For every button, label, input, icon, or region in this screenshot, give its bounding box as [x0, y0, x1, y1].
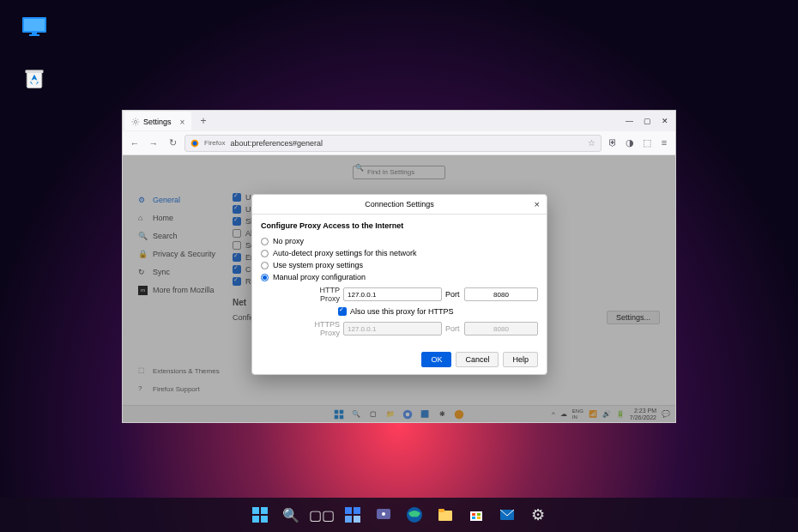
radio-system-proxy[interactable]: Use system proxy settings	[261, 259, 538, 271]
svg-rect-23	[354, 516, 360, 523]
svg-rect-3	[32, 33, 37, 34]
radio-label: No proxy	[273, 237, 304, 245]
back-button[interactable]: ←	[128, 136, 142, 150]
firefox-icon	[190, 139, 199, 148]
tab-settings[interactable]: Settings ×	[124, 112, 191, 130]
gear-icon	[131, 118, 140, 126]
radio-icon	[261, 250, 269, 257]
https-port-label: Port	[445, 324, 461, 333]
host-taskbar: 🔍 ▢▢ ⚙	[0, 498, 798, 532]
recycle-bin-icon	[21, 67, 48, 91]
svg-rect-1	[24, 19, 45, 31]
svg-rect-21	[354, 507, 360, 514]
radio-icon	[261, 274, 269, 281]
monitor-icon	[21, 15, 48, 39]
desktop-icon-recycle-bin[interactable]	[17, 67, 51, 94]
svg-rect-16	[252, 507, 259, 514]
radio-manual-proxy[interactable]: Manual proxy configuration	[261, 271, 538, 283]
svg-rect-22	[345, 516, 352, 523]
url-text: about:preferences#general	[230, 139, 323, 148]
svg-rect-2	[29, 34, 39, 36]
widgets-button[interactable]	[342, 504, 364, 526]
https-proxy-label: HTTPS Proxy	[299, 320, 340, 337]
tab-title: Settings	[143, 118, 172, 126]
dialog-close-button[interactable]: ×	[535, 199, 540, 209]
http-port-label: Port	[445, 290, 461, 299]
svg-rect-18	[252, 516, 259, 523]
window-close-button[interactable]: ✕	[662, 117, 668, 125]
radio-no-proxy[interactable]: No proxy	[261, 235, 538, 247]
radio-label: Use system proxy settings	[273, 261, 363, 269]
http-proxy-input[interactable]	[343, 287, 442, 301]
https-proxy-row: HTTPS Proxy Port	[299, 320, 538, 337]
search-button[interactable]: 🔍	[280, 504, 302, 526]
dialog-title: Connection Settings	[365, 200, 434, 209]
svg-rect-28	[438, 509, 444, 512]
window-minimize-button[interactable]: —	[626, 117, 633, 125]
svg-rect-30	[472, 513, 475, 516]
reload-button[interactable]: ↻	[166, 136, 179, 150]
svg-rect-33	[477, 517, 481, 519]
chat-button[interactable]	[372, 504, 395, 526]
toolbar: ← → ↻ Firefox about:preferences#general …	[123, 131, 675, 155]
dialog-heading: Configure Proxy Access to the Internet	[261, 221, 538, 230]
svg-point-25	[382, 512, 385, 516]
new-tab-button[interactable]: +	[195, 115, 211, 127]
window-maximize-button[interactable]: ▢	[644, 117, 651, 125]
taskview-button[interactable]: ▢▢	[311, 504, 333, 526]
http-port-input[interactable]	[464, 287, 538, 301]
svg-rect-4	[27, 71, 42, 88]
desktop-icon-this-pc[interactable]	[17, 15, 51, 43]
forward-button[interactable]: →	[147, 136, 160, 150]
radio-auto-detect[interactable]: Auto-detect proxy settings for this netw…	[261, 247, 538, 259]
svg-rect-20	[345, 507, 352, 514]
https-proxy-input	[343, 322, 442, 336]
help-button[interactable]: Help	[503, 352, 538, 367]
menu-icon[interactable]: ≡	[658, 137, 670, 149]
bookmark-star-icon[interactable]: ☆	[588, 138, 595, 148]
connection-settings-dialog: Connection Settings × Configure Proxy Ac…	[251, 194, 547, 375]
checkbox-icon	[338, 307, 347, 316]
svg-point-6	[134, 120, 136, 123]
svg-rect-31	[477, 513, 481, 516]
https-port-input	[464, 322, 538, 336]
url-bar[interactable]: Firefox about:preferences#general ☆	[184, 135, 602, 152]
settings-button[interactable]: ⚙	[527, 504, 549, 526]
svg-rect-19	[261, 516, 268, 523]
settings-body: ⚙General ⌂Home 🔍Search 🔒Privacy & Securi…	[123, 155, 675, 422]
svg-rect-17	[261, 507, 268, 514]
also-https-row[interactable]: Also use this proxy for HTTPS	[338, 305, 538, 317]
svg-rect-29	[470, 511, 482, 521]
radio-icon	[261, 238, 269, 245]
svg-rect-32	[472, 517, 475, 519]
ok-button[interactable]: OK	[421, 352, 451, 367]
firefox-window: Settings × + — ▢ ✕ ← → ↻ Firefox about:p…	[122, 110, 676, 423]
dialog-titlebar: Connection Settings ×	[252, 195, 547, 215]
extensions-icon[interactable]: ⬚	[641, 137, 653, 149]
shield-icon[interactable]: ⛨	[607, 137, 619, 149]
cancel-button[interactable]: Cancel	[456, 352, 499, 367]
explorer-button[interactable]	[434, 504, 456, 526]
mail-button[interactable]	[496, 504, 518, 526]
store-button[interactable]	[465, 504, 487, 526]
radio-label: Auto-detect proxy settings for this netw…	[273, 249, 417, 257]
edge-button[interactable]	[403, 504, 426, 526]
svg-point-8	[193, 141, 197, 145]
http-proxy-label: HTTP Proxy	[299, 286, 340, 303]
url-identity: Firefox	[204, 139, 225, 147]
svg-rect-5	[26, 70, 44, 74]
radio-icon	[261, 262, 269, 269]
also-https-label: Also use this proxy for HTTPS	[350, 307, 454, 316]
http-proxy-row: HTTP Proxy Port	[299, 286, 538, 303]
tab-bar: Settings × + — ▢ ✕	[123, 111, 675, 131]
start-button[interactable]	[249, 504, 271, 526]
radio-label: Manual proxy configuration	[273, 273, 366, 281]
account-icon[interactable]: ◑	[624, 137, 636, 149]
tab-close-icon[interactable]: ×	[180, 118, 185, 127]
